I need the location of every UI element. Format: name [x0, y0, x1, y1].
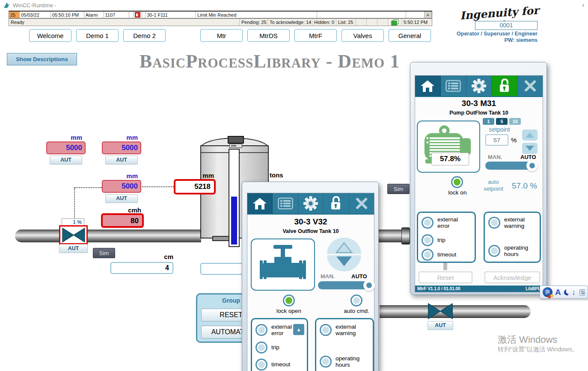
nav-button-demo1[interactable]: Demo 1 [76, 29, 119, 42]
value-display[interactable]: 5000 [102, 180, 141, 193]
arrow-down-icon [335, 255, 353, 268]
tab-step-5[interactable]: 5 [496, 118, 508, 125]
connector-line [74, 187, 102, 188]
cm-input-field[interactable]: 4 [110, 262, 173, 274]
sim-button-flow[interactable]: Sim [93, 248, 115, 258]
nav-button-general[interactable]: General [389, 29, 431, 42]
alarm-box-errors: external error ▲ trip timeout plausibili… [251, 318, 308, 371]
settings-tab[interactable] [298, 193, 324, 214]
window-title: WinCC-Runtime - [13, 2, 56, 9]
setpoint-label: setpoint [484, 126, 514, 133]
external-warning-led [320, 324, 332, 336]
pipe-coupling [401, 227, 410, 244]
indicator-level-2: mm 5000 AUT [102, 134, 141, 165]
home-icon [252, 197, 267, 210]
status-time: 5:50:12 PM [402, 19, 432, 26]
alarm-number-cell: 25 [9, 12, 20, 18]
faceplate-version: MtrF V1.1.0 / 01.01.00 [417, 286, 460, 291]
alarm-label: external warning [336, 324, 369, 336]
unit-label: mm [46, 134, 82, 141]
nav-button-valves[interactable]: Valves [342, 29, 384, 42]
show-descriptions-button[interactable]: Show Descriptions [7, 53, 77, 65]
alarm-time: 05:50:10 PM [51, 12, 84, 18]
man-auto-slider[interactable] [485, 162, 537, 170]
status-to-acknowledge: To acknowledge: 14 [268, 19, 312, 26]
tab-step-10[interactable]: 10 [509, 118, 521, 125]
valve-outlet-mode[interactable]: AUT [59, 244, 88, 253]
scroll-up-button[interactable]: ▲ [425, 12, 432, 18]
motor-faceplate-content: 30-3 M31 Pump OutFlow Tank 10 1 5 10 [415, 75, 543, 292]
value-display[interactable]: 5000 [102, 141, 141, 154]
wincc-runtime-window: WinCC-Runtime - › 25 05/03/22 05:50:10 P… [0, 0, 588, 371]
indicator-level-3: mm 5000 AUT [102, 172, 141, 203]
ime-punct[interactable]: ； [571, 289, 577, 296]
valve-outlet-symbol[interactable] [59, 225, 88, 244]
ime-moon-icon[interactable] [564, 289, 568, 296]
slider-knob[interactable] [526, 160, 538, 171]
close-button[interactable] [517, 76, 543, 96]
chevron-right-icon[interactable]: › [582, 1, 585, 9]
settings-tab[interactable] [466, 76, 492, 96]
trip-led [255, 342, 267, 353]
open-button[interactable] [327, 238, 361, 254]
auto-label: AUTO [520, 154, 536, 160]
level-unit-label: mm [188, 172, 214, 179]
setpoint-decrease-button[interactable] [522, 143, 538, 154]
slider-knob[interactable] [363, 280, 375, 291]
faceplate-title: 30-3 M31 [415, 99, 543, 108]
lock-tab-active[interactable] [492, 76, 517, 96]
alarm-row[interactable]: 25 05/03/22 05:50:10 PM Alarm 1107 30-1 … [9, 11, 432, 18]
auto-cmd-label: auto cmd. [338, 308, 375, 314]
faceplate-title: 30-3 V32 [247, 217, 374, 227]
list-icon [278, 197, 293, 209]
home-tab[interactable] [415, 76, 441, 96]
man-auto-slider[interactable] [318, 281, 374, 289]
alarm-list-tab[interactable] [441, 76, 466, 96]
roles-label: Operator / Superuser / Engineer [428, 31, 538, 37]
lock-tab[interactable] [324, 193, 349, 214]
mode-button[interactable]: AUT [105, 194, 138, 203]
nav-button-mtrf[interactable]: MtrF [294, 29, 337, 42]
alarm-class: Alarm [84, 12, 104, 18]
home-tab[interactable] [247, 193, 273, 214]
reset-button[interactable]: Reset [419, 271, 472, 283]
sim-button-pump[interactable]: Sim [387, 184, 410, 194]
tons-input-field[interactable] [200, 263, 243, 275]
flow-value-display[interactable]: 80 [101, 213, 144, 228]
man-label: MAN. [488, 154, 502, 160]
status-empty-cell [367, 19, 377, 26]
alarm-empty-cell [317, 12, 407, 18]
external-error-led [255, 324, 267, 336]
setpoint-increase-button[interactable] [522, 130, 538, 141]
nav-button-mtrds[interactable]: MtrDS [247, 29, 290, 42]
nav-button-demo2[interactable]: Demo 2 [123, 29, 166, 42]
home-icon [420, 80, 435, 92]
acknowledge-button[interactable]: Acknowledge [484, 271, 540, 283]
valve-faceplate-content: 30-3 V32 Valve Outflow Tank 10 [247, 193, 374, 371]
page-title: BasicProcessLibrary - Demo 1 [96, 50, 443, 72]
auto-setpoint-value: 57.0 % [512, 181, 537, 191]
windows-activation-hint: 转到“设置”以激活 Windows。 [498, 345, 579, 353]
level-value-display[interactable]: 5218 [174, 179, 216, 194]
nav-button-welcome[interactable]: Welcome [29, 29, 71, 42]
setpoint-input[interactable]: 57 [485, 134, 508, 146]
mode-button[interactable]: AUT [105, 156, 138, 165]
valve-bottom-symbol[interactable] [428, 301, 453, 321]
timeout-led [255, 359, 267, 371]
mode-button[interactable]: AUT [50, 156, 82, 165]
valve-bottom-mode[interactable]: AUT [428, 321, 453, 330]
session-code-field[interactable]: 0001 [475, 21, 538, 30]
nav-button-mtr[interactable]: Mtr [200, 29, 243, 42]
alarm-list-tab[interactable] [273, 193, 298, 214]
collapse-button[interactable]: ▲ [293, 324, 304, 335]
ime-logo-char: 拼 [545, 289, 550, 295]
close-button[interactable] [349, 193, 374, 214]
lock-on-label: lock on [442, 189, 472, 196]
ime-mode-letter[interactable]: A [555, 288, 561, 297]
value-display[interactable]: 5000 [46, 141, 86, 154]
ime-keyboard-icon[interactable] [579, 289, 585, 295]
tab-step-1[interactable]: 1 [483, 118, 494, 125]
close-valve-button[interactable] [327, 255, 361, 271]
ime-pinyin-icon[interactable]: 拼 [543, 287, 552, 297]
box-connector [443, 263, 447, 270]
